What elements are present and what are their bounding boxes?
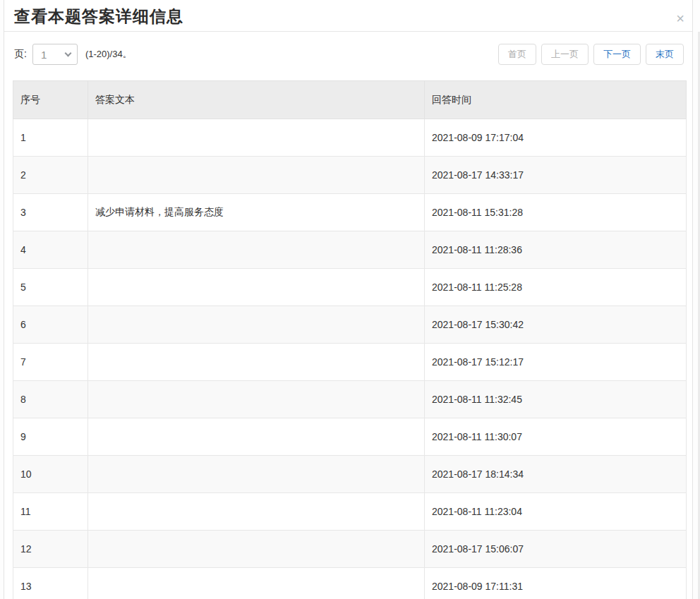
table-row: 13 2021-08-09 17:11:31 (13, 568, 687, 599)
cell-index: 10 (13, 456, 88, 493)
cell-index: 3 (13, 194, 88, 231)
page-select-wrap: 1 (32, 44, 78, 65)
page-selector-group: 页: 1 (1-20)/34。 (14, 44, 132, 65)
cell-answer-time: 2021-08-09 17:17:04 (425, 119, 687, 157)
table-row: 11 2021-08-11 11:23:04 (13, 493, 687, 531)
modal-title: 查看本题答案详细信息 (14, 5, 682, 28)
next-page-button[interactable]: 下一页 (593, 44, 641, 65)
cell-answer-time: 2021-08-11 11:25:28 (425, 269, 687, 306)
cell-answer-text: 减少申请材料，提高服务态度 (88, 194, 425, 231)
cell-answer-time: 2021-08-11 15:31:28 (425, 194, 687, 231)
cell-answer-time: 2021-08-17 15:12:17 (425, 344, 687, 381)
first-page-button[interactable]: 首页 (498, 44, 536, 65)
answer-details-modal: 查看本题答案详细信息 × 页: 1 (1-20)/34。 首页 上一页 下一页 … (4, 0, 693, 599)
cell-answer-time: 2021-08-11 11:32:45 (425, 381, 687, 418)
cell-answer-time: 2021-08-17 14:33:17 (425, 157, 687, 194)
table-row: 4 2021-08-11 11:28:36 (13, 231, 687, 269)
table-header: 序号 答案文本 回答时间 (13, 81, 687, 119)
table-row: 10 2021-08-17 18:14:34 (13, 456, 687, 493)
cell-index: 4 (13, 231, 88, 269)
column-header-answer-text: 答案文本 (88, 81, 425, 119)
cell-answer-text (88, 306, 425, 344)
last-page-button[interactable]: 末页 (646, 44, 684, 65)
table-row: 2 2021-08-17 14:33:17 (13, 157, 687, 194)
column-header-answer-time: 回答时间 (425, 81, 687, 119)
pager-bar: 页: 1 (1-20)/34。 首页 上一页 下一页 末页 (4, 32, 692, 65)
page-select-label: 页: (14, 48, 27, 61)
cell-index: 1 (13, 119, 88, 157)
column-header-index: 序号 (13, 81, 88, 119)
page-select[interactable]: 1 (32, 44, 78, 65)
table-body: 1 2021-08-09 17:17:04 2 2021-08-17 14:33… (13, 119, 687, 599)
table-row: 1 2021-08-09 17:17:04 (13, 119, 687, 157)
cell-index: 2 (13, 157, 88, 194)
table-row: 7 2021-08-17 15:12:17 (13, 344, 687, 381)
cell-index: 8 (13, 381, 88, 418)
cell-answer-text (88, 344, 425, 381)
modal-header: 查看本题答案详细信息 × (4, 0, 692, 32)
cell-answer-text (88, 418, 425, 456)
cell-index: 11 (13, 493, 88, 531)
cell-index: 13 (13, 568, 88, 599)
table-row: 9 2021-08-11 11:30:07 (13, 418, 687, 456)
cell-answer-text (88, 531, 425, 568)
cell-index: 9 (13, 418, 88, 456)
page-range-text: (1-20)/34。 (85, 48, 132, 61)
table-header-row: 序号 答案文本 回答时间 (13, 81, 687, 119)
cell-answer-time: 2021-08-11 11:28:36 (425, 231, 687, 269)
cell-answer-text (88, 456, 425, 493)
cell-index: 6 (13, 306, 88, 344)
table-row: 6 2021-08-17 15:30:42 (13, 306, 687, 344)
cell-index: 5 (13, 269, 88, 306)
cell-index: 12 (13, 531, 88, 568)
cell-answer-text (88, 568, 425, 599)
cell-answer-text (88, 231, 425, 269)
table-row: 8 2021-08-11 11:32:45 (13, 381, 687, 418)
cell-answer-text (88, 269, 425, 306)
table-row: 3 减少申请材料，提高服务态度 2021-08-11 15:31:28 (13, 194, 687, 231)
prev-page-button[interactable]: 上一页 (541, 44, 589, 65)
cell-answer-time: 2021-08-17 15:30:42 (425, 306, 687, 344)
cell-answer-text (88, 381, 425, 418)
cell-answer-text (88, 493, 425, 531)
page-background: 查看本题答案详细信息 × 页: 1 (1-20)/34。 首页 上一页 下一页 … (0, 0, 700, 599)
cell-answer-text (88, 119, 425, 157)
cell-answer-time: 2021-08-17 15:06:07 (425, 531, 687, 568)
cell-index: 7 (13, 344, 88, 381)
cell-answer-text (88, 157, 425, 194)
cell-answer-time: 2021-08-11 11:30:07 (425, 418, 687, 456)
cell-answer-time: 2021-08-09 17:11:31 (425, 568, 687, 599)
answers-table: 序号 答案文本 回答时间 1 2021-08-09 17:17:04 2 202… (13, 80, 687, 599)
close-icon[interactable]: × (672, 11, 688, 26)
cell-answer-time: 2021-08-11 11:23:04 (425, 493, 687, 531)
pagination-buttons: 首页 上一页 下一页 末页 (498, 44, 684, 65)
table-row: 12 2021-08-17 15:06:07 (13, 531, 687, 568)
cell-answer-time: 2021-08-17 18:14:34 (425, 456, 687, 493)
table-row: 5 2021-08-11 11:25:28 (13, 269, 687, 306)
